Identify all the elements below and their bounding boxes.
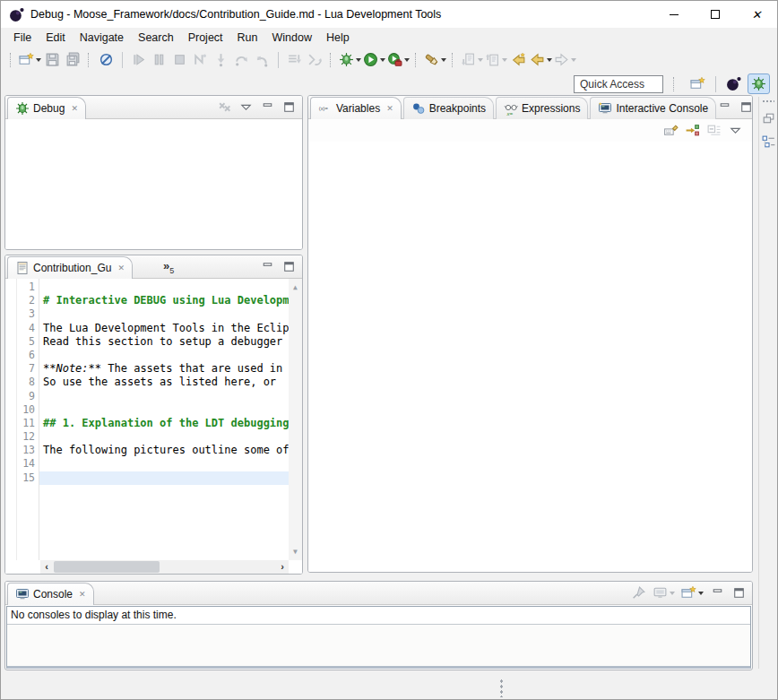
toolbar-separator: [452, 53, 456, 67]
new-wizard-button[interactable]: [18, 49, 42, 70]
scroll-left-arrow[interactable]: ‹: [40, 561, 53, 573]
expressions-icon: x=: [504, 101, 518, 116]
trim-drag-handle[interactable]: [762, 99, 774, 103]
menu-run[interactable]: Run: [230, 30, 265, 46]
skip-all-breakpoints-button[interactable]: [96, 49, 117, 70]
code-line: The Lua Development Tools in the Eclip: [39, 322, 289, 335]
line-number: 12: [17, 430, 35, 444]
hidden-editors-chevron[interactable]: »5: [163, 259, 174, 275]
remove-all-terminated-icon: [217, 99, 232, 115]
close-icon[interactable]: ✕: [117, 264, 125, 272]
maximize-icon: [281, 259, 297, 274]
menu-project[interactable]: Project: [181, 30, 230, 46]
dropdown-arrow-icon[interactable]: [571, 58, 576, 62]
open-console-button[interactable]: [680, 584, 705, 601]
debug-icon: [339, 52, 354, 67]
dropdown-arrow-icon[interactable]: [547, 58, 552, 62]
view-menu-button[interactable]: [238, 99, 255, 116]
minimize-button[interactable]: [709, 584, 726, 601]
maximize-button[interactable]: [281, 258, 298, 275]
close-icon[interactable]: ✕: [386, 104, 393, 113]
scrollbar-thumb[interactable]: [54, 561, 160, 573]
dropdown-arrow-icon[interactable]: [670, 592, 675, 595]
toolbar-separator: [415, 53, 419, 67]
scroll-right-arrow[interactable]: ›: [276, 561, 289, 573]
show-type-names-button[interactable]: [662, 122, 679, 139]
window-minimize-button[interactable]: [653, 1, 695, 28]
tab-console[interactable]: Console ✕: [7, 583, 94, 605]
suspend-icon: [151, 52, 167, 67]
debug-button[interactable]: [338, 49, 362, 70]
dropdown-arrow-icon[interactable]: [36, 58, 41, 62]
dropdown-arrow-icon[interactable]: [478, 58, 483, 62]
debug-bug-icon: [15, 101, 30, 116]
open-perspective-button[interactable]: [687, 73, 709, 94]
dropdown-arrow-icon[interactable]: [356, 58, 361, 62]
save-all-button: [63, 49, 83, 70]
quick-access-input[interactable]: Quick Access: [574, 75, 663, 93]
tab-variables[interactable]: (x)=Variables✕: [310, 97, 402, 119]
tab-interactive-console[interactable]: Interactive Console: [590, 97, 716, 119]
menu-window[interactable]: Window: [265, 30, 319, 46]
last-edit-location-button[interactable]: [508, 49, 529, 70]
search-button[interactable]: [423, 49, 447, 70]
dropdown-arrow-icon[interactable]: [404, 58, 410, 62]
line-number: 9: [17, 390, 35, 403]
outline-view-button[interactable]: [761, 134, 776, 150]
maximize-button[interactable]: [730, 584, 748, 601]
editor-text-area[interactable]: # Interactive DEBUG using Lua DevelopmTh…: [39, 279, 289, 560]
restore-view-button[interactable]: [761, 111, 776, 126]
interactive-console-icon: [598, 101, 612, 116]
app-logo-icon: [9, 7, 24, 22]
dropdown-arrow-icon[interactable]: [380, 58, 385, 62]
tab-contribution-guide[interactable]: Contribution_Gu ✕: [7, 256, 133, 279]
maximize-button[interactable]: [281, 99, 298, 116]
previous-annotation-button: [484, 49, 508, 70]
dropdown-arrow-icon[interactable]: [502, 58, 507, 62]
save-all-icon: [65, 52, 81, 67]
view-menu-button[interactable]: [727, 122, 744, 139]
show-logical-structures-button[interactable]: [684, 122, 701, 139]
back-button[interactable]: [529, 49, 553, 70]
close-icon[interactable]: ✕: [71, 104, 78, 113]
debug-perspective-button[interactable]: [748, 73, 770, 94]
external-tools-button[interactable]: [386, 49, 411, 70]
minimize-button[interactable]: [259, 258, 276, 275]
menu-search[interactable]: Search: [131, 30, 181, 46]
forward-icon: [554, 52, 569, 67]
close-icon[interactable]: ✕: [79, 590, 86, 599]
dropdown-arrow-icon[interactable]: [441, 58, 446, 62]
line-number: 13: [17, 444, 35, 457]
menu-navigate[interactable]: Navigate: [73, 30, 131, 46]
menu-file[interactable]: File: [6, 30, 39, 46]
maximize-button[interactable]: [738, 99, 753, 116]
separator: [715, 76, 716, 92]
suspend-button: [149, 49, 169, 70]
editor-window-buttons: [259, 258, 302, 275]
dropdown-arrow-icon[interactable]: [698, 592, 704, 595]
run-button[interactable]: [362, 49, 386, 70]
menu-edit[interactable]: Edit: [39, 30, 73, 46]
line-number: 7: [17, 362, 35, 376]
editor-body: 123456789101112131415 # Interactive DEBU…: [5, 279, 302, 560]
minimize-button[interactable]: [259, 99, 276, 116]
menu-help[interactable]: Help: [319, 30, 357, 46]
lua-perspective-button[interactable]: [722, 73, 745, 94]
tab-label: Interactive Console: [616, 102, 708, 115]
window-close-button[interactable]: ✕: [736, 1, 777, 28]
scroll-down-arrow[interactable]: ▼: [293, 545, 298, 558]
minimize-button[interactable]: [716, 99, 733, 116]
editor-horizontal-scrollbar[interactable]: ‹ ›: [40, 560, 289, 574]
toolbar-separator: [673, 77, 678, 91]
tab-expressions[interactable]: x=Expressions: [496, 97, 588, 119]
window-controls: ✕: [653, 1, 777, 28]
resume-button: [128, 49, 149, 70]
tab-breakpoints[interactable]: Breakpoints: [403, 97, 494, 119]
scroll-up-arrow[interactable]: ▲: [293, 281, 298, 294]
run-icon: [363, 52, 378, 67]
editor-vertical-scrollbar[interactable]: ▲ ▼: [289, 279, 302, 560]
window-maximize-button[interactable]: [695, 1, 736, 28]
statusbar-drag-handle[interactable]: [500, 678, 503, 697]
code-line: So use the assets as listed here, or: [39, 376, 289, 389]
tab-debug[interactable]: Debug ✕: [7, 97, 86, 119]
